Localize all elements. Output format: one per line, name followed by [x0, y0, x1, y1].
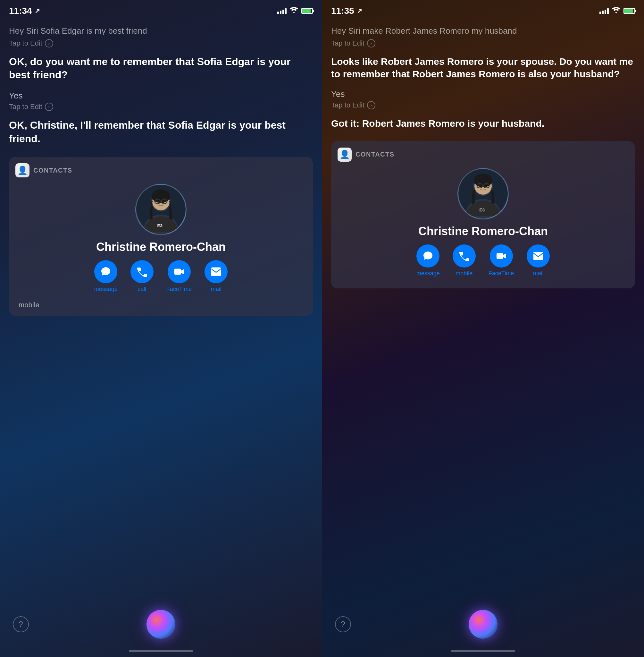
message-btn-right[interactable]: message [416, 244, 440, 277]
siri-orb-right[interactable] [469, 610, 498, 639]
home-indicator-left[interactable] [129, 650, 193, 652]
siri-response-right-2: Got it: Robert James Romero is your husb… [331, 117, 635, 130]
battery-icon-left [301, 8, 313, 14]
wifi-icon-right [612, 7, 620, 15]
tap-to-edit-left-1[interactable]: Tap to Edit › [9, 39, 313, 47]
svg-rect-29 [533, 252, 543, 260]
contact-actions-left: message call [15, 260, 306, 292]
message-icon-right[interactable] [416, 244, 439, 267]
call-icon-left[interactable] [131, 260, 154, 283]
contacts-card-right: 👤 CONTACTS [331, 141, 635, 288]
tap-to-edit-left-2[interactable]: Tap to Edit › [9, 103, 313, 111]
contacts-label-left: CONTACTS [33, 167, 72, 174]
signal-bars-right [599, 8, 609, 14]
svg-rect-15 [211, 267, 221, 276]
facetime-btn-left[interactable]: FaceTime [166, 260, 192, 292]
contacts-label-right: CONTACTS [355, 151, 395, 158]
status-icons-right [599, 7, 635, 15]
facetime-label-right: FaceTime [488, 270, 514, 277]
right-panel: 11:35 ↗ Hey Siri make [322, 0, 644, 657]
contact-name-left: Christine Romero-Chan [15, 240, 306, 254]
mail-btn-left[interactable]: mail [205, 260, 228, 292]
chevron-icon-left-2[interactable]: › [45, 103, 53, 111]
svg-rect-13 [175, 269, 181, 275]
facetime-label-left: FaceTime [166, 286, 192, 292]
tap-to-edit-right-2[interactable]: Tap to Edit › [331, 101, 635, 109]
svg-text:E3: E3 [157, 223, 162, 228]
mobile-icon-right[interactable] [453, 244, 476, 267]
location-icon-right: ↗ [357, 7, 362, 15]
chevron-icon-right-1[interactable]: › [367, 39, 375, 47]
time-left: 11:34 ↗ [9, 6, 40, 16]
mail-icon-right[interactable] [527, 244, 550, 267]
left-panel: 11:34 ↗ Hey Siri Sofia [0, 0, 322, 657]
siri-response-left-1: OK, do you want me to remember that Sofi… [9, 55, 313, 82]
status-icons-left [277, 7, 313, 15]
mail-btn-right[interactable]: mail [527, 244, 550, 277]
message-label-right: message [416, 270, 440, 277]
facetime-icon-right[interactable] [490, 244, 513, 267]
message-icon-left[interactable] [94, 260, 117, 283]
content-area-left: Hey Siri Sofia Edgar is my best friend T… [0, 19, 322, 605]
svg-rect-28 [497, 253, 503, 259]
contact-name-right: Christine Romero-Chan [338, 224, 629, 238]
contacts-app-icon-left: 👤 [15, 163, 29, 177]
call-btn-left[interactable]: call [131, 260, 154, 292]
mail-icon-left[interactable] [205, 260, 228, 283]
avatar-left: E3 [135, 184, 187, 235]
svg-text:E3: E3 [479, 207, 484, 212]
content-area-right: Hey Siri make Robert James Romero my hus… [322, 19, 644, 605]
location-icon-left: ↗ [34, 7, 40, 15]
mobile-btn-right[interactable]: mobile [453, 244, 476, 277]
avatar-right: E3 [457, 168, 509, 219]
time-right: 11:35 ↗ [331, 6, 362, 16]
battery-icon-right [623, 8, 635, 14]
message-label-left: message [94, 286, 118, 292]
bottom-bar-right: ? [322, 605, 644, 650]
status-bar-left: 11:34 ↗ [0, 0, 322, 19]
siri-response-left-2: OK, Christine, I'll remember that Sofia … [9, 119, 313, 145]
call-label-left: call [138, 286, 146, 292]
facetime-btn-right[interactable]: FaceTime [488, 244, 514, 277]
facetime-icon-left[interactable] [168, 260, 191, 283]
message-btn-left[interactable]: message [94, 260, 118, 292]
mobile-label-left: mobile [15, 298, 306, 309]
contacts-header-left: 👤 CONTACTS [15, 163, 306, 177]
wifi-icon-left [290, 7, 298, 15]
status-bar-right: 11:35 ↗ [322, 0, 644, 19]
contacts-card-left: 👤 CONTACTS [9, 157, 313, 316]
siri-response-right-1: Looks like Robert James Romero is your s… [331, 55, 635, 80]
chevron-icon-right-2[interactable]: › [367, 101, 375, 109]
siri-query-left: Hey Siri Sofia Edgar is my best friend [9, 26, 313, 37]
contact-actions-right: message mobile [338, 244, 629, 277]
mobile-label-right: mobile [456, 270, 473, 277]
siri-orb-left[interactable] [146, 610, 175, 639]
bottom-bar-left: ? [0, 605, 322, 650]
mail-label-right: mail [533, 270, 544, 277]
contacts-header-right: 👤 CONTACTS [338, 148, 629, 162]
help-button-right[interactable]: ? [335, 616, 351, 632]
tap-to-edit-right-1[interactable]: Tap to Edit › [331, 39, 635, 47]
siri-query-right: Hey Siri make Robert James Romero my hus… [331, 26, 635, 37]
user-reply-left: Yes [9, 91, 313, 101]
mail-label-left: mail [211, 286, 222, 292]
signal-bars-left [277, 8, 286, 14]
home-indicator-right[interactable] [451, 650, 515, 652]
user-reply-right: Yes [331, 89, 635, 99]
chevron-icon-left-1[interactable]: › [45, 39, 53, 47]
contacts-app-icon-right: 👤 [338, 148, 352, 162]
help-button-left[interactable]: ? [13, 616, 29, 632]
